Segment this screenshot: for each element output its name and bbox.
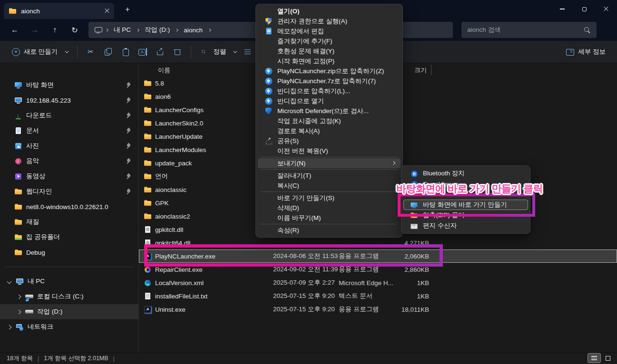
context-menu-item[interactable]: 관리자 권한으로 실행(A) [258, 16, 401, 26]
context-menu-item[interactable] [261, 157, 398, 157]
context-menu-item[interactable]: 이전 버전 복원(V) [258, 146, 401, 156]
expander-chevron-icon[interactable] [17, 309, 21, 314]
sidebar-item[interactable]: 음악 [0, 153, 138, 169]
context-menu-item[interactable]: 복사(C) [258, 181, 401, 191]
forward-button[interactable]: → [25, 22, 45, 38]
new-tab-button[interactable]: + [123, 5, 132, 14]
close-icon [604, 7, 608, 11]
context-menu-item[interactable]: 속성(R) [258, 225, 401, 235]
context-menu-item[interactable]: Microsoft Defender(으)로 검사... [258, 106, 401, 116]
submenu-item[interactable]: 바탕 화면에 바로 가기 만들기 [403, 200, 528, 210]
up-button[interactable]: ↑ [45, 22, 65, 38]
file-row[interactable]: RepairClient.exe 2024-09-02 오전 11:39 응용 … [139, 263, 617, 276]
maximize-button[interactable] [573, 0, 595, 18]
context-menu-item[interactable]: 시작 화면에 고정(P) [258, 56, 401, 66]
submenu-item[interactable]: 압축(ZIP) 폴더 [403, 210, 528, 220]
context-menu-item[interactable]: 바로 가기 만들기(S) [258, 193, 401, 203]
breadcrumb-item[interactable]: 작업 (D:) [143, 26, 172, 34]
sidebar-item[interactable]: 집 공유폴더 [0, 230, 138, 245]
context-menu-item[interactable]: PlayNCLauncher.zip으로 압축하기(Z) [258, 66, 401, 76]
submenu-item[interactable]: 편지 수신자 [403, 220, 528, 231]
details-pane-button[interactable]: 세부 정보 [562, 45, 609, 59]
context-menu-item[interactable]: 작업 표시줄에 고정(K) [258, 116, 401, 126]
sidebar-item[interactable]: Debug [0, 245, 138, 260]
search-input[interactable]: aionch 검색 [461, 22, 597, 38]
search-icon[interactable] [584, 27, 591, 34]
sidebar-item[interactable]: 192.168.45.223 [0, 93, 138, 108]
column-divider[interactable] [431, 65, 431, 75]
sidebar-item-label: 재질 [26, 218, 39, 226]
file-row[interactable]: gpkitclt64.dll 4,271KB [139, 236, 617, 249]
file-row[interactable]: Uninst.exe 2025-07-15 오후 9:20 응용 프로그램 18… [139, 303, 617, 316]
sidebar-tree-item[interactable]: 작업 (D:) [0, 304, 138, 319]
context-menu-item[interactable]: 이름 바꾸기(M) [258, 213, 401, 223]
icons-view-button[interactable] [602, 354, 614, 363]
context-menu-item[interactable]: 열기(O) [258, 6, 401, 16]
menu-item-icon [264, 47, 272, 55]
context-menu-item[interactable]: 호환성 문제 해결(Y) [258, 46, 401, 56]
sidebar-tree-item[interactable]: 내 PC [0, 274, 138, 289]
file-size: 1KB [391, 293, 431, 300]
sidebar-item[interactable]: 사진 [0, 138, 138, 153]
menu-item-label: 공유(S) [277, 137, 396, 145]
view-button[interactable] [240, 45, 256, 59]
context-menu-item[interactable]: 잘라내기(T) [258, 171, 401, 181]
sidebar-tree-item[interactable]: 네트워크 [0, 319, 138, 335]
tab-close-icon[interactable] [105, 9, 109, 13]
minimize-button[interactable] [551, 0, 573, 18]
submenu-item[interactable]: Bluetooth 장치 [403, 168, 528, 179]
file-icon [144, 172, 152, 181]
sidebar-item[interactable]: 문서 [0, 123, 138, 138]
file-row[interactable]: installedFileList.txt 2025-07-15 오후 9:20… [139, 289, 617, 303]
column-header-name[interactable]: 이름 [158, 66, 170, 75]
tab-aionch[interactable]: aionch [4, 3, 114, 19]
context-menu-item[interactable]: 삭제(D) [258, 203, 401, 213]
sidebar-tree-item[interactable]: 로컬 디스크 (C:) [0, 289, 138, 304]
context-menu-item[interactable]: 즐겨찾기에 추가(F) [258, 36, 401, 46]
expander-chevron-icon[interactable] [7, 325, 12, 329]
context-menu-item[interactable]: PlayNCLauncher.7z로 압축하기(7) [258, 76, 401, 86]
sidebar-item[interactable]: 바탕 화면 [0, 77, 138, 93]
send-to-submenu: Bluetooth 장치 TeamViewer 바탕 화면에 바로 가기 만들기… [401, 165, 530, 234]
context-menu-item[interactable] [261, 169, 398, 170]
breadcrumb-item[interactable]: aionch [182, 27, 205, 34]
new-button[interactable]: 새로 만들기 [8, 45, 71, 59]
context-menu-item[interactable]: 반디집으로 열기 [258, 96, 401, 106]
pin-icon [126, 113, 131, 118]
sidebar-item[interactable]: 재질 [0, 214, 138, 230]
file-row[interactable]: PlayNCLauncher.exe 2024-08-06 오전 11:53 응… [139, 249, 617, 263]
sort-button[interactable]: 정렬 [197, 45, 240, 59]
context-menu-item[interactable] [261, 192, 398, 192]
sidebar-item[interactable]: 다운로드 [0, 108, 138, 123]
menu-item-label: 시작 화면에 고정(P) [277, 57, 396, 66]
sidebar-item[interactable]: net8.0-windows10.0.22621.0 [0, 199, 138, 214]
expander-chevron-icon[interactable] [7, 279, 12, 284]
file-icon [144, 239, 152, 247]
submenu-item-label: 바탕 화면에 바로 가기 만들기 [423, 201, 523, 209]
context-menu-item[interactable]: 보내기(N) [258, 158, 401, 168]
expander-chevron-icon[interactable] [17, 294, 21, 299]
menu-item-icon [264, 87, 272, 95]
close-button[interactable] [595, 0, 617, 18]
context-menu-item[interactable]: 경로로 복사(A) [258, 126, 401, 136]
context-menu-item[interactable]: 메모장에서 편집 [258, 26, 401, 36]
file-row[interactable]: LocalVersion.xml 2025-07-09 오후 2:27 Micr… [139, 276, 617, 289]
rename-button[interactable] [135, 45, 151, 59]
sidebar-item-icon [14, 127, 22, 135]
copy-button[interactable] [100, 45, 117, 59]
breadcrumb-item[interactable]: 내 PC [112, 26, 133, 34]
back-button[interactable]: ← [5, 22, 25, 38]
sidebar-item[interactable]: 웹디자인 [0, 184, 138, 199]
context-menu-item[interactable]: 공유(S) [258, 136, 401, 146]
delete-button[interactable] [169, 45, 185, 59]
sidebar-item-label: 사진 [26, 142, 39, 150]
details-view-button[interactable] [588, 354, 600, 363]
share-button[interactable] [152, 45, 168, 59]
submenu-item-label: Bluetooth 장치 [423, 169, 523, 178]
paste-button[interactable] [118, 45, 134, 59]
context-menu-item[interactable]: 반디집으로 압축하기(L)... [258, 86, 401, 96]
refresh-button[interactable]: ↻ [65, 22, 85, 38]
cut-button[interactable] [83, 45, 99, 59]
sidebar-item[interactable]: 동영상 [0, 169, 138, 184]
context-menu-item[interactable] [261, 224, 398, 224]
